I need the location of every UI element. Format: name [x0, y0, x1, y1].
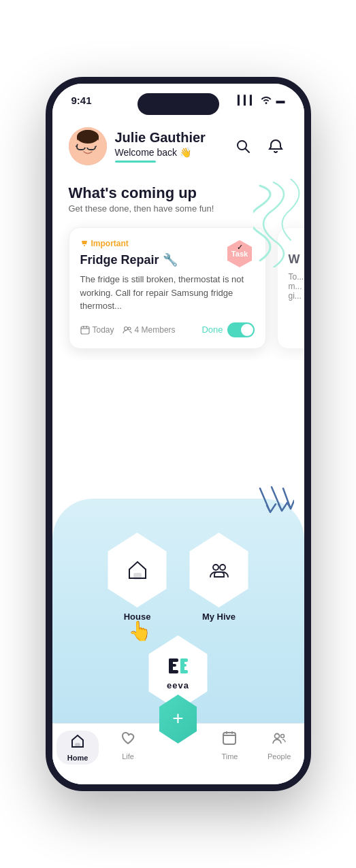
status-icons: ▎▎▎ ▬ [238, 95, 285, 106]
user-name: Julie Gauthier [115, 130, 206, 146]
wifi-icon [260, 95, 272, 106]
screen: 9:41 ▎▎▎ ▬ [52, 84, 304, 784]
task-description: The fridge is still broken, thermostat i… [80, 273, 255, 313]
svg-point-18 [128, 327, 131, 330]
section-title: What's coming up [69, 184, 288, 202]
profile-left: Julie Gauthier Welcome back 👋 [69, 127, 206, 165]
my-hive-hex-item[interactable]: My Hive [185, 533, 253, 622]
task-members: 4 Members [123, 325, 176, 335]
nav-item-life[interactable]: Life [108, 731, 148, 761]
greeting-text: Welcome back 👋 [115, 147, 206, 158]
hex-row-1: House 👆 [103, 533, 253, 622]
svg-rect-24 [169, 664, 176, 667]
tasks-scroll: Task ✓ Important Fridge Repair 🔧 The fri… [52, 216, 304, 360]
task-meta: Today 4 Members [80, 325, 176, 335]
home-nav-label: Home [67, 754, 88, 762]
house-hex-shape [103, 533, 172, 607]
hand-cursor: 👆 [128, 620, 152, 642]
done-toggle[interactable] [227, 322, 255, 337]
svg-rect-15 [83, 326, 84, 328]
dynamic-island [137, 93, 219, 115]
task-footer: Today 4 Members Done [80, 322, 255, 337]
task-type-badge: Task ✓ [225, 239, 255, 269]
avatar [69, 127, 107, 165]
task-card: Task ✓ Important Fridge Repair 🔧 The fri… [69, 227, 266, 349]
hex-grid: House 👆 [103, 512, 253, 710]
time-nav-icon [222, 731, 237, 750]
task-date: Today [80, 325, 114, 335]
svg-rect-30 [76, 744, 80, 747]
section-subtitle: Get these done, then have some fun! [69, 203, 288, 214]
house-hex-item[interactable]: House 👆 [103, 533, 172, 622]
home-nav-icon [70, 733, 85, 752]
svg-rect-31 [223, 733, 236, 744]
svg-rect-16 [86, 326, 87, 328]
my-hive-hex-shape [185, 533, 253, 607]
svg-rect-28 [180, 664, 187, 667]
search-button[interactable] [231, 134, 255, 158]
fab-plus-icon: + [172, 709, 183, 728]
notification-button[interactable] [263, 134, 288, 158]
svg-point-34 [275, 734, 280, 739]
people-group-icon [208, 558, 231, 582]
svg-point-8 [77, 130, 99, 144]
status-time: 9:41 [71, 95, 92, 106]
svg-point-17 [124, 327, 127, 330]
eeva-text: eeva [167, 680, 189, 690]
svg-text:✓: ✓ [236, 243, 242, 251]
svg-rect-25 [169, 670, 178, 673]
svg-rect-32 [226, 731, 227, 734]
home-nav-bg: Home [56, 731, 99, 765]
svg-rect-27 [180, 658, 188, 662]
svg-rect-23 [169, 658, 178, 662]
svg-point-20 [213, 565, 219, 570]
header-actions [231, 134, 288, 158]
accent-underline [115, 161, 156, 163]
svg-rect-29 [180, 670, 188, 673]
time-nav-label: Time [221, 752, 238, 761]
my-hive-hex-label: My Hive [202, 612, 236, 622]
people-nav-icon [272, 731, 287, 750]
fab-button[interactable]: + [157, 695, 200, 744]
fab-container: + [157, 695, 200, 744]
people-nav-label: People [268, 752, 291, 761]
phone-wrapper: 9:41 ▎▎▎ ▬ [0, 0, 356, 868]
task-card-2: W To...m...gi... [277, 227, 304, 349]
life-nav-label: Life [122, 752, 134, 761]
life-nav-icon [120, 731, 135, 750]
greeting-block: Julie Gauthier Welcome back 👋 [115, 130, 206, 163]
svg-rect-13 [84, 245, 85, 246]
my-hive-hex-inner [185, 533, 253, 607]
svg-rect-14 [81, 327, 89, 334]
house-icon [126, 558, 149, 582]
svg-point-35 [281, 735, 285, 738]
nav-item-home[interactable]: Home [56, 731, 99, 765]
task-done-area: Done [201, 322, 254, 337]
done-label: Done [201, 324, 223, 335]
nav-item-people[interactable]: People [259, 731, 300, 761]
svg-rect-33 [231, 731, 233, 734]
phone-frame: 9:41 ▎▎▎ ▬ [46, 77, 311, 791]
section-title-area: What's coming up Get these done, then ha… [52, 176, 304, 216]
signal-icon: ▎▎▎ [238, 95, 256, 105]
nav-item-time[interactable]: Time [209, 731, 250, 761]
eeva-logo-icon [166, 656, 191, 676]
svg-rect-19 [134, 573, 141, 579]
svg-point-21 [220, 565, 225, 570]
battery-icon: ▬ [276, 95, 285, 105]
house-hex-inner [103, 533, 172, 607]
